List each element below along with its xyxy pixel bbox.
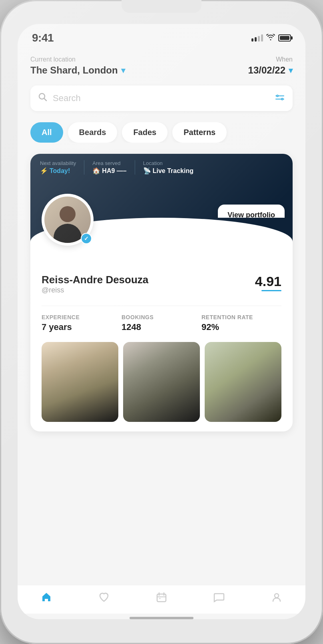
location-selector[interactable]: The Shard, London ▾ xyxy=(30,65,125,76)
tab-patterns[interactable]: Patterns xyxy=(172,122,227,143)
avatar-container: ✓ xyxy=(42,194,94,246)
status-icons xyxy=(251,34,291,42)
location-avail-value: 📡 Live Tracking xyxy=(143,167,193,175)
profile-icon xyxy=(271,592,282,606)
stat-bookings-label: BOOKINGS xyxy=(122,314,201,320)
location-header: Current location The Shard, London ▾ Whe… xyxy=(30,53,293,76)
nav-item-calendar[interactable] xyxy=(156,592,167,606)
message-icon xyxy=(213,592,225,606)
availability-value: ⚡ Today! xyxy=(40,167,76,175)
next-availability: Next availability ⚡ Today! xyxy=(40,160,76,175)
tab-fades[interactable]: Fades xyxy=(122,122,167,143)
portfolio-item-3[interactable] xyxy=(205,342,281,422)
nav-item-favorites[interactable] xyxy=(98,592,110,606)
portfolio-grid xyxy=(42,342,281,422)
location-text: The Shard, London xyxy=(30,65,118,76)
area-value: 🏠 HA9 —– xyxy=(92,167,126,175)
svg-rect-7 xyxy=(157,594,166,602)
location-label: Current location xyxy=(30,56,125,63)
card-body: Reiss-Andre Desouza @reiss 4.91 EXPERIEN… xyxy=(30,242,293,431)
stat-experience-label: EXPERIENCE xyxy=(42,314,122,320)
stat-bookings-value: 1248 xyxy=(122,322,201,332)
divider-1 xyxy=(84,160,84,175)
area-served: Area served 🏠 HA9 —– xyxy=(92,160,126,175)
nav-item-messages[interactable] xyxy=(213,592,225,606)
lightning-icon: ⚡ xyxy=(40,167,48,175)
location-chevron-icon: ▾ xyxy=(121,66,125,75)
portfolio-item-1[interactable] xyxy=(42,342,118,422)
divider-2 xyxy=(135,160,135,175)
filter-icon[interactable] xyxy=(275,93,285,104)
availability-label: Next availability xyxy=(40,160,76,166)
wifi-icon xyxy=(266,34,275,42)
barber-rating: 4.91 xyxy=(255,274,281,289)
stats-row: EXPERIENCE 7 years BOOKINGS 1248 RETENTI… xyxy=(42,306,281,332)
barber-name: Reiss-Andre Desouza xyxy=(42,274,148,286)
date-selector[interactable]: 13/02/22 ▾ xyxy=(248,65,293,76)
card-header-bg: Next availability ⚡ Today! Area served xyxy=(30,154,293,218)
person-body xyxy=(54,224,82,243)
verified-badge-icon: ✓ xyxy=(81,233,92,244)
stat-bookings: BOOKINGS 1248 xyxy=(122,314,201,332)
svg-point-12 xyxy=(275,594,279,598)
search-icon xyxy=(38,93,47,104)
home-area-icon: 🏠 xyxy=(92,167,100,175)
barber-info-row: Reiss-Andre Desouza @reiss 4.91 xyxy=(42,274,281,304)
home-icon xyxy=(41,592,52,606)
availability-bar: Next availability ⚡ Today! Area served xyxy=(30,154,293,181)
status-time: 9:41 xyxy=(32,32,54,44)
signal-bars-icon xyxy=(251,34,263,42)
stat-retention-label: RETENTION RATE xyxy=(201,314,281,320)
screen: 9:41 xyxy=(18,24,305,619)
heart-icon xyxy=(98,592,110,606)
stat-retention: RETENTION RATE 92% xyxy=(201,314,281,332)
bottom-nav xyxy=(18,585,305,614)
rating-underline xyxy=(261,290,281,291)
search-input[interactable]: Search xyxy=(53,93,275,103)
stat-retention-value: 92% xyxy=(201,322,281,332)
barber-handle: @reiss xyxy=(42,286,148,294)
date-text: 13/02/22 xyxy=(248,65,285,76)
nav-item-profile[interactable] xyxy=(271,592,282,606)
barber-rating-block: 4.91 xyxy=(255,274,281,291)
status-bar: 9:41 xyxy=(18,24,305,46)
area-label: Area served xyxy=(92,160,126,166)
location-info: Location 📡 Live Tracking xyxy=(143,160,193,175)
barber-card: Next availability ⚡ Today! Area served xyxy=(30,154,293,431)
category-tabs: All Beards Fades Patterns xyxy=(30,122,293,143)
tab-beards[interactable]: Beards xyxy=(68,122,118,143)
avatar-ring: ✓ xyxy=(42,194,94,246)
notch xyxy=(122,0,201,13)
location-left: Current location The Shard, London ▾ xyxy=(30,56,125,76)
date-chevron-icon: ▾ xyxy=(289,66,293,75)
nav-item-home[interactable] xyxy=(41,592,52,606)
phone-frame: 9:41 xyxy=(0,0,323,644)
location-avail-label: Location xyxy=(143,160,193,166)
barber-silhouette xyxy=(52,203,84,243)
person-head xyxy=(60,206,76,222)
calendar-icon xyxy=(156,592,167,606)
when-label: When xyxy=(248,56,293,63)
date-right: When 13/02/22 ▾ xyxy=(248,56,293,76)
stat-experience-value: 7 years xyxy=(42,322,122,332)
stat-experience: EXPERIENCE 7 years xyxy=(42,314,122,332)
barber-name-block: Reiss-Andre Desouza @reiss xyxy=(42,274,148,304)
search-bar[interactable]: Search xyxy=(30,85,293,111)
card-header: Next availability ⚡ Today! Area served xyxy=(30,154,293,242)
battery-icon xyxy=(278,34,291,42)
main-content: Current location The Shard, London ▾ Whe… xyxy=(18,46,305,585)
tracking-icon: 📡 xyxy=(143,167,151,175)
tab-all[interactable]: All xyxy=(30,122,63,143)
portfolio-item-2[interactable] xyxy=(123,342,200,422)
home-indicator xyxy=(130,617,193,619)
